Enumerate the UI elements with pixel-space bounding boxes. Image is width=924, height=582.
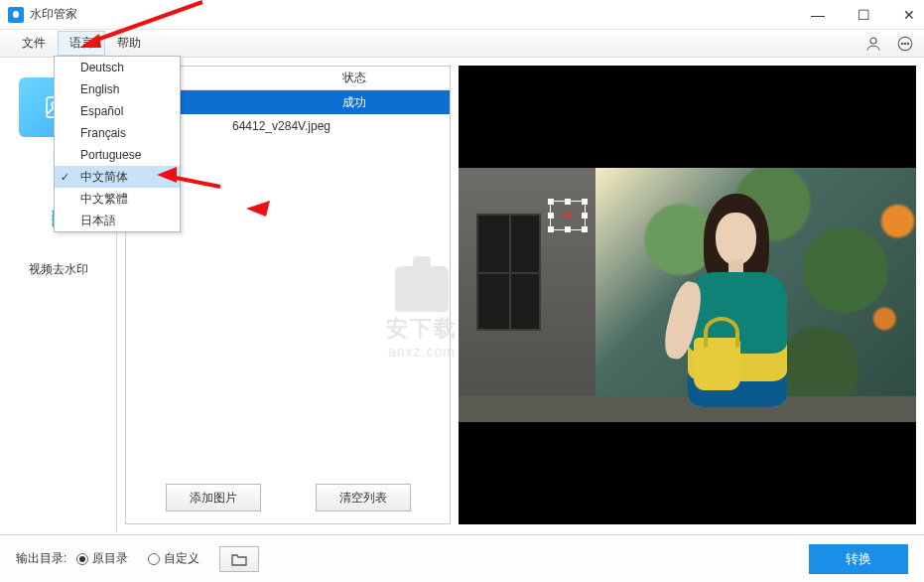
titlebar: 水印管家 — ☐ ✕ [0,0,924,30]
lang-japanese[interactable]: 日本語 [55,210,180,231]
svg-point-3 [904,43,906,45]
chat-icon[interactable] [896,35,914,53]
language-dropdown: Deutsch English Español Français Portugu… [54,56,181,232]
svg-point-2 [901,43,903,45]
lang-zh-simplified[interactable]: ✓中文简体 [55,166,180,188]
app-title: 水印管家 [30,6,77,23]
radio-original-dir[interactable]: 原目录 [76,550,128,567]
close-button[interactable]: ✕ [902,7,916,23]
preview-pane[interactable]: ✕ [459,66,916,524]
lang-espanol[interactable]: Español [55,100,180,122]
convert-button[interactable]: 转换 [809,544,908,574]
col-header-status: 状态 [334,70,450,86]
minimize-button[interactable]: — [811,7,825,23]
maximize-button[interactable]: ☐ [857,7,870,23]
selection-box[interactable]: ✕ [550,201,586,230]
lang-portuguese[interactable]: Portuguese [55,144,180,166]
video-mode-label: 视频去水印 [0,261,116,278]
output-dir-label: 输出目录: [16,550,66,567]
browse-folder-button[interactable] [219,546,259,572]
lang-francais[interactable]: Français [55,122,180,144]
menubar: 文件 语言 帮助 [0,30,924,58]
menu-language[interactable]: 语言 [58,31,105,56]
footer: 输出目录: 原目录 自定义 转换 [0,534,924,582]
add-image-button[interactable]: 添加图片 [166,484,261,511]
menu-file[interactable]: 文件 [10,31,58,56]
svg-point-0 [870,38,876,44]
lang-zh-traditional[interactable]: 中文繁體 [55,188,180,210]
menu-help[interactable]: 帮助 [105,31,153,56]
close-icon[interactable]: ✕ [563,209,573,222]
clear-list-button[interactable]: 清空列表 [316,484,411,511]
preview-image [459,168,916,422]
user-icon[interactable] [864,35,882,53]
lang-deutsch[interactable]: Deutsch [55,57,180,78]
app-icon [8,7,24,23]
folder-icon [231,552,247,566]
svg-point-4 [907,43,909,45]
lang-english[interactable]: English [55,78,180,100]
radio-custom-dir[interactable]: 自定义 [148,550,199,567]
